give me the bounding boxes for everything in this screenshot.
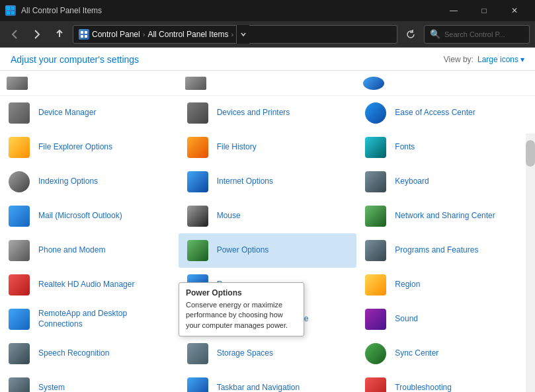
item-power-options[interactable]: Power Options (179, 233, 357, 268)
icon-programs-features (363, 238, 388, 263)
window-title: All Control Panel Items (21, 6, 102, 15)
view-by-value[interactable]: Large icons ▾ (477, 55, 524, 64)
icon-security-maintenance (185, 307, 210, 332)
label-troubleshooting: Troubleshooting (395, 383, 452, 392)
address-bar: Control Panel › All Control Panel Items … (0, 21, 535, 48)
svg-rect-0 (7, 7, 10, 10)
icon-troubleshooting (363, 375, 388, 392)
minimize-button[interactable]: — (438, 0, 469, 21)
label-file-explorer-options: File Explorer Options (38, 142, 112, 153)
item-file-explorer-options[interactable]: File Explorer Options (0, 130, 179, 165)
icon-realtek (7, 272, 32, 297)
item-troubleshooting[interactable]: Troubleshooting (356, 371, 535, 392)
icon-devices-printers (185, 100, 210, 126)
svg-rect-2 (7, 11, 10, 15)
item-keyboard[interactable]: Keyboard (356, 165, 535, 199)
item-indexing-options[interactable]: Indexing Options (0, 165, 179, 199)
icon-power-options (185, 238, 210, 263)
partial-row (0, 71, 535, 96)
label-recovery: Recovery (217, 280, 251, 290)
label-ease-of-access: Ease of Access Center (395, 108, 475, 118)
refresh-button[interactable] (401, 25, 420, 44)
item-speech-recognition[interactable]: Speech Recognition (0, 336, 179, 371)
icon-fonts (363, 135, 388, 160)
svg-rect-7 (85, 35, 87, 38)
title-bar: All Control Panel Items — □ ✕ (0, 0, 535, 21)
item-mail[interactable]: Mail (Microsoft Outlook) (0, 199, 179, 233)
label-phone-modem: Phone and Modem (38, 245, 105, 256)
forward-button[interactable] (28, 25, 46, 44)
item-sync-center[interactable]: Sync Center (356, 336, 535, 371)
path-sep1: › (143, 30, 145, 38)
item-storage-spaces[interactable]: Storage Spaces (179, 336, 357, 371)
label-keyboard: Keyboard (395, 176, 429, 187)
label-fonts: Fonts (395, 142, 415, 153)
partial-item-1[interactable] (0, 71, 179, 95)
item-phone-modem[interactable]: Phone and Modem (0, 233, 179, 268)
label-sync-center: Sync Center (395, 348, 438, 359)
items-grid: Device ManagerDevices and PrintersEase o… (0, 96, 535, 392)
item-programs-features[interactable]: Programs and Features (356, 233, 535, 268)
partial-icon-2 (185, 77, 206, 90)
item-system[interactable]: System (0, 371, 179, 392)
item-sound[interactable]: Sound (356, 302, 535, 336)
icon-keyboard (363, 169, 388, 194)
icon-file-explorer-options (7, 135, 32, 160)
back-button[interactable] (5, 25, 24, 44)
partial-item-3[interactable] (356, 71, 535, 95)
icon-recovery (185, 272, 210, 297)
scrollbar[interactable] (526, 134, 535, 392)
icon-mail (7, 204, 32, 229)
label-region: Region (395, 280, 420, 290)
partial-item-2[interactable] (179, 71, 357, 95)
address-path[interactable]: Control Panel › All Control Panel Items … (73, 25, 397, 44)
path-text2: All Control Panel Items (147, 30, 228, 39)
icon-sound (363, 307, 388, 332)
up-button[interactable] (50, 25, 69, 44)
svg-rect-1 (11, 7, 15, 10)
item-device-manager[interactable]: Device Manager (0, 96, 179, 130)
item-network-sharing[interactable]: Network and Sharing Center (356, 199, 535, 233)
item-remoteapp[interactable]: RemoteApp and Desktop Connections (0, 302, 179, 336)
label-indexing-options: Indexing Options (38, 176, 98, 187)
search-placeholder: Search Control P... (444, 30, 505, 38)
icon-system (7, 375, 32, 392)
icon-internet-options (185, 169, 210, 194)
label-power-options: Power Options (217, 245, 269, 256)
svg-rect-4 (81, 31, 83, 34)
search-icon: 🔍 (430, 29, 440, 39)
label-sound: Sound (395, 314, 418, 325)
item-file-history[interactable]: File History (179, 130, 357, 165)
path-dropdown-button[interactable] (236, 25, 249, 44)
item-region[interactable]: Region (356, 268, 535, 302)
view-by-label: View by: (444, 55, 473, 64)
label-network-sharing: Network and Sharing Center (395, 211, 495, 221)
icon-phone-modem (7, 238, 32, 263)
item-internet-options[interactable]: Internet Options (179, 165, 357, 199)
item-realtek[interactable]: Realtek HD Audio Manager (0, 268, 179, 302)
item-devices-printers[interactable]: Devices and Printers (179, 96, 357, 130)
label-speech-recognition: Speech Recognition (38, 348, 109, 359)
svg-rect-6 (81, 35, 83, 38)
icon-taskbar-navigation (185, 375, 210, 392)
item-fonts[interactable]: Fonts (356, 130, 535, 165)
item-ease-of-access[interactable]: Ease of Access Center (356, 96, 535, 130)
label-mail: Mail (Microsoft Outlook) (38, 211, 122, 221)
search-box[interactable]: 🔍 Search Control P... (424, 25, 530, 44)
icon-remoteapp (7, 307, 32, 332)
label-realtek: Realtek HD Audio Manager (38, 280, 134, 290)
svg-rect-5 (85, 31, 87, 34)
item-taskbar-navigation[interactable]: Taskbar and Navigation (179, 371, 357, 392)
scrollbar-thumb[interactable] (526, 140, 535, 167)
label-system: System (38, 383, 65, 392)
maximize-button[interactable]: □ (469, 0, 499, 21)
icon-network-sharing (363, 204, 388, 229)
item-security-maintenance[interactable]: Security and Maintenance (179, 302, 357, 336)
icon-device-manager (7, 100, 32, 126)
icon-mouse (185, 204, 210, 229)
item-recovery[interactable]: Recovery (179, 268, 357, 302)
view-by-control: View by: Large icons ▾ (444, 55, 524, 64)
item-mouse[interactable]: Mouse (179, 199, 357, 233)
label-programs-features: Programs and Features (395, 245, 478, 256)
close-button[interactable]: ✕ (499, 0, 530, 21)
